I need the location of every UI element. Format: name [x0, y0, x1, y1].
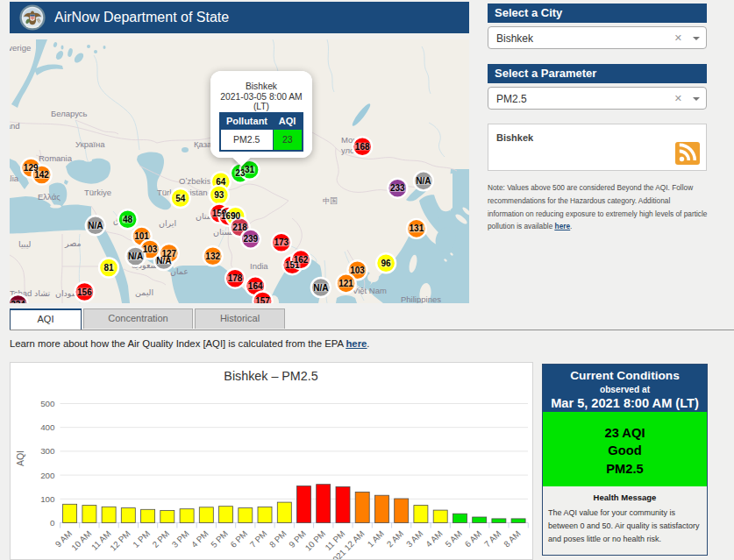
- svg-text:12 PM: 12 PM: [108, 528, 132, 553]
- svg-text:Romania: Romania: [39, 153, 73, 163]
- svg-text:103: 103: [350, 266, 365, 275]
- svg-text:3 PM: 3 PM: [170, 528, 191, 549]
- svg-text:132: 132: [205, 252, 220, 261]
- svg-text:156: 156: [77, 287, 92, 297]
- svg-text:239: 239: [243, 234, 258, 244]
- svg-text:Беларусь: Беларусь: [51, 109, 88, 118]
- svg-text:N/A: N/A: [128, 252, 143, 261]
- svg-text:Україна: Україна: [75, 139, 105, 149]
- svg-text:N/A: N/A: [88, 221, 103, 230]
- svg-text:224: 224: [11, 300, 25, 304]
- svg-text:11 AM: 11 AM: [89, 528, 113, 552]
- svg-text:6 AM: 6 AM: [463, 528, 483, 549]
- svg-text:7 PM: 7 PM: [248, 528, 269, 549]
- svg-text:400: 400: [40, 422, 55, 432]
- svg-text:5 PM: 5 PM: [209, 528, 230, 549]
- svg-text:173: 173: [274, 237, 289, 247]
- svg-text:ليبيا: ليبيا: [18, 239, 31, 249]
- svg-text:93: 93: [214, 190, 224, 200]
- svg-text:103: 103: [143, 245, 158, 254]
- svg-text:Philippines: Philippines: [401, 294, 441, 303]
- svg-text:N/A: N/A: [313, 283, 328, 293]
- svg-text:101: 101: [134, 231, 149, 241]
- svg-text:0: 0: [50, 518, 55, 528]
- svg-text:162: 162: [294, 255, 309, 265]
- svg-text:157: 157: [255, 296, 270, 303]
- svg-text:2 AM: 2 AM: [385, 528, 405, 549]
- svg-text:4 AM: 4 AM: [424, 528, 444, 549]
- svg-text:Poland: Poland: [10, 121, 20, 131]
- svg-text:178: 178: [228, 273, 243, 283]
- svg-text:31: 31: [245, 165, 255, 174]
- svg-text:Bishkek – PM2.5: Bishkek – PM2.5: [224, 369, 317, 383]
- svg-text:81: 81: [103, 263, 114, 273]
- svg-text:142: 142: [34, 170, 49, 180]
- svg-text:10 PM: 10 PM: [303, 528, 328, 553]
- svg-text:مصر: مصر: [64, 238, 82, 248]
- svg-text:218: 218: [232, 223, 247, 232]
- svg-text:اليمن: اليمن: [135, 287, 153, 297]
- svg-text:عمان: عمان: [170, 266, 189, 276]
- svg-text:8 AM: 8 AM: [502, 528, 522, 549]
- svg-text:500: 500: [40, 399, 55, 408]
- svg-text:India: India: [250, 261, 268, 271]
- svg-text:200: 200: [40, 471, 55, 480]
- svg-text:Italia: Italia: [10, 174, 19, 183]
- svg-text:3 AM: 3 AM: [404, 528, 424, 549]
- svg-text:N/A: N/A: [416, 176, 431, 186]
- svg-text:64: 64: [216, 177, 226, 187]
- svg-text:5 AM: 5 AM: [443, 528, 463, 549]
- svg-text:Türkiye: Türkiye: [84, 188, 111, 197]
- svg-text:Ελλάς: Ελλάς: [38, 192, 61, 202]
- svg-text:Sverige: Sverige: [10, 43, 31, 53]
- svg-text:1 AM: 1 AM: [366, 528, 386, 549]
- svg-text:8 PM: 8 PM: [267, 528, 289, 549]
- svg-text:AQI: AQI: [15, 450, 25, 466]
- svg-text:54: 54: [175, 194, 186, 203]
- svg-text:2 PM: 2 PM: [150, 528, 171, 549]
- svg-text:121: 121: [338, 279, 353, 288]
- svg-text:96: 96: [381, 259, 392, 268]
- svg-text:10 AM: 10 AM: [69, 528, 93, 552]
- svg-text:127: 127: [161, 249, 176, 259]
- svg-text:7 AM: 7 AM: [482, 528, 502, 549]
- svg-text:1 PM: 1 PM: [131, 528, 152, 549]
- svg-text:164: 164: [248, 281, 263, 291]
- svg-text:300: 300: [40, 446, 55, 456]
- svg-text:131: 131: [410, 223, 424, 233]
- svg-text:168: 168: [355, 142, 370, 152]
- svg-text:ایران: ایران: [159, 218, 176, 228]
- svg-text:48: 48: [123, 215, 133, 224]
- svg-text:4 PM: 4 PM: [189, 528, 210, 549]
- svg-text:Việt Nam: Việt Nam: [353, 286, 387, 295]
- svg-text:233: 233: [390, 183, 405, 193]
- svg-text:6 PM: 6 PM: [228, 528, 249, 549]
- svg-text:中国: 中国: [323, 196, 338, 205]
- svg-text:90: 90: [231, 211, 241, 221]
- svg-text:100: 100: [40, 494, 55, 504]
